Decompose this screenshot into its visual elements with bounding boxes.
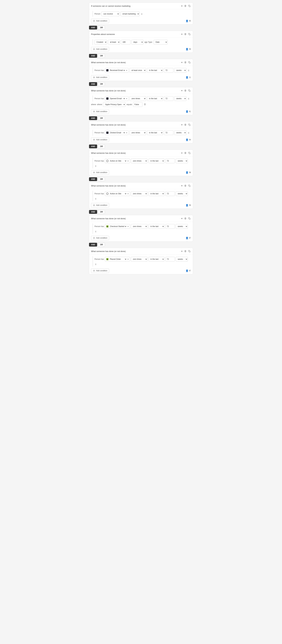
and-button[interactable]: AND	[89, 116, 97, 120]
time_value-input[interactable]	[165, 191, 175, 196]
add-condition-button[interactable]: + Add condition	[91, 268, 109, 273]
chevron-down-icon[interactable]: ▾	[181, 89, 183, 92]
copy-block-button[interactable]	[188, 4, 191, 8]
filter-icon-btn[interactable]: ⧖	[95, 197, 97, 200]
delete-block-button[interactable]	[184, 89, 187, 92]
copy-block-button[interactable]	[188, 250, 191, 253]
chevron-down-icon[interactable]: ▾	[181, 250, 183, 253]
frequency-select[interactable]: at least oncezero timesexactly	[130, 130, 146, 135]
or-button[interactable]: OR	[98, 177, 105, 181]
event-select-icon-wrapper[interactable]: 🛍Checkout StartedPlaced OrderViewed Prod…	[105, 224, 130, 229]
add-condition-button[interactable]: + Add condition	[91, 75, 109, 80]
delete-block-button[interactable]	[184, 32, 187, 36]
time_qualifier-select[interactable]: in the lastover all time	[147, 96, 163, 101]
filter-icon-btn[interactable]: ⧖	[187, 97, 190, 100]
and-button[interactable]: AND	[89, 243, 97, 246]
filter-icon-btn[interactable]: ⧖	[141, 12, 143, 16]
copy-block-button[interactable]	[188, 89, 191, 92]
frequency-select[interactable]: at least oncezero timesexactly	[131, 224, 147, 229]
event-select[interactable]: Placed OrderCheckout StartedViewed Produ…	[109, 258, 127, 260]
at_least-select[interactable]: at leastexactlyat most	[108, 40, 120, 44]
add-condition-button[interactable]: + Add condition	[91, 19, 109, 23]
time_unit-select[interactable]: weeksdaysmonths	[176, 257, 188, 262]
event-select-icon-wrapper[interactable]: 🛍Placed OrderCheckout StartedViewed Prod…	[105, 257, 130, 262]
days_unit-select[interactable]: daysweeksmonths	[131, 40, 143, 44]
copy-block-button[interactable]	[188, 61, 191, 64]
time_value-input[interactable]	[165, 257, 175, 262]
filter-icon-btn[interactable]: ⧖	[187, 131, 190, 134]
copy-block-button[interactable]	[188, 152, 191, 154]
or-button[interactable]: OR	[98, 26, 105, 30]
event-select[interactable]: Received EmailOpened EmailClicked Email	[109, 97, 126, 100]
delete-block-button[interactable]	[184, 61, 187, 64]
event-select[interactable]: Checkout StartedPlaced OrderViewed Produ…	[109, 225, 127, 228]
time_qualifier-select[interactable]: in the lastover all time	[147, 68, 163, 73]
or-button[interactable]: OR	[98, 243, 105, 246]
or-button[interactable]: OR	[98, 54, 105, 58]
chevron-down-icon[interactable]: ▾	[181, 217, 183, 220]
type_value-select[interactable]: DateDateTime	[154, 40, 168, 44]
time_qualifier-select[interactable]: in the lastover all time	[147, 130, 163, 135]
chevron-down-icon[interactable]: ▾	[181, 61, 183, 64]
where_value-input[interactable]	[133, 102, 142, 107]
created-select[interactable]: CreatedEmail	[95, 40, 107, 44]
chevron-down-icon[interactable]: ▾	[181, 184, 183, 188]
filter-icon-btn[interactable]: ⧖	[95, 164, 97, 168]
time_qualifier-select[interactable]: in the lastover all time	[148, 257, 164, 262]
time_unit-select[interactable]: weeksdaysmonths	[176, 224, 188, 229]
chevron-down-icon[interactable]: ▾	[181, 4, 183, 8]
add-condition-button[interactable]: + Add condition	[91, 109, 109, 114]
event-select[interactable]: Active on SiteViewed ProductCheckout Sta…	[109, 192, 127, 195]
where_prop-select[interactable]: Apple Privacy OpenSubjectCampaign Name	[103, 102, 126, 107]
and-button[interactable]: AND	[89, 210, 97, 214]
frequency-select[interactable]: at least oncezero timesexactly	[130, 96, 146, 101]
time_value-input[interactable]	[165, 224, 175, 229]
time_unit-select[interactable]: weeksdaysmonths	[174, 96, 186, 101]
delete-block-button[interactable]	[184, 250, 187, 253]
delete-block-button[interactable]	[184, 217, 187, 220]
event-select-icon-wrapper[interactable]: Active on SiteViewed ProductCheckout Sta…	[105, 191, 130, 196]
frequency-select[interactable]: at least oncezero timesexactly	[131, 191, 147, 196]
time_unit-select[interactable]: weeksdaysmonths	[174, 68, 186, 73]
time_value-input[interactable]	[165, 158, 175, 163]
event-select[interactable]: Received EmailOpened EmailClicked Email	[109, 132, 126, 134]
time_value-input[interactable]	[164, 68, 173, 73]
delete-block-button[interactable]	[184, 184, 187, 187]
time_qualifier-select[interactable]: in the lastover all time	[148, 224, 164, 229]
copy-block-button[interactable]	[188, 184, 191, 187]
copy-block-button[interactable]	[188, 32, 191, 36]
delete-block-button[interactable]	[184, 4, 187, 8]
copy-block-button[interactable]	[188, 217, 191, 220]
delete-where-row-button[interactable]	[143, 103, 146, 106]
filter-icon-btn[interactable]: ⧖	[95, 262, 97, 266]
chevron-down-icon[interactable]: ▾	[181, 32, 183, 36]
email_marketing-select[interactable]: email marketingsms marketing	[121, 12, 140, 16]
frequency-select[interactable]: at least oncezero timesexactly	[131, 158, 147, 163]
add-condition-button[interactable]: + Add condition	[91, 138, 109, 142]
delete-block-button[interactable]	[184, 123, 187, 126]
chevron-down-icon[interactable]: ▾	[181, 123, 183, 126]
time_value-input[interactable]	[164, 130, 173, 135]
can_receive-select[interactable]: can receivecannot receive	[101, 12, 120, 16]
event-select-icon-wrapper[interactable]: Received EmailOpened EmailClicked Email▾	[105, 130, 129, 135]
or-button[interactable]: OR	[98, 116, 105, 120]
event-select-icon-wrapper[interactable]: Received EmailOpened EmailClicked Email▾	[105, 68, 129, 73]
time_qualifier-select[interactable]: in the lastover all time	[148, 158, 164, 163]
and-button[interactable]: AND	[89, 144, 97, 148]
or-button[interactable]: OR	[98, 144, 105, 148]
or-button[interactable]: OR	[98, 82, 105, 86]
and-button[interactable]: AND	[89, 26, 97, 30]
time_unit-select[interactable]: weeksdaysmonths	[176, 191, 188, 196]
frequency-select[interactable]: at least oncezero timesexactly	[130, 68, 146, 73]
and-button[interactable]: AND	[89, 82, 97, 86]
event-select-icon-wrapper[interactable]: Active on SiteViewed ProductCheckout Sta…	[105, 158, 130, 163]
event-select[interactable]: Received EmailOpened EmailClicked Email	[109, 69, 126, 72]
time_qualifier-select[interactable]: in the lastover all time	[148, 191, 164, 196]
add-condition-button[interactable]: + Add condition	[91, 47, 109, 51]
time_unit-select[interactable]: weeksdaysmonths	[174, 130, 186, 135]
and-button[interactable]: AND	[89, 177, 97, 181]
copy-block-button[interactable]	[188, 123, 191, 126]
add-condition-button[interactable]: + Add condition	[91, 203, 109, 208]
and-button[interactable]: AND	[89, 54, 97, 58]
filter-icon-btn[interactable]: ⧖	[187, 68, 190, 72]
